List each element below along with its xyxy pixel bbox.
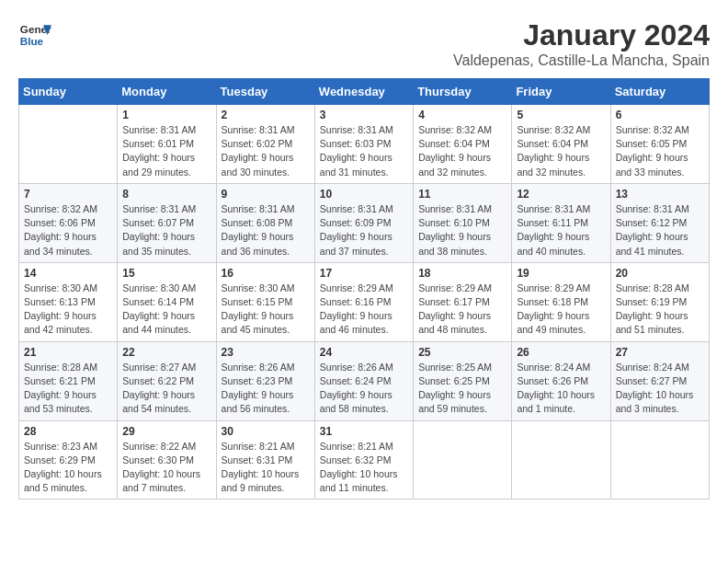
page-header: General Blue January 2024 Valdepenas, Ca… [18, 18, 710, 69]
calendar-cell: 23Sunrise: 8:26 AM Sunset: 6:23 PM Dayli… [216, 341, 314, 420]
day-number: 12 [517, 188, 605, 201]
day-number: 20 [616, 267, 704, 280]
calendar-title: January 2024 [453, 18, 710, 52]
calendar-cell: 7Sunrise: 8:32 AM Sunset: 6:06 PM Daylig… [19, 183, 118, 262]
day-detail: Sunrise: 8:24 AM Sunset: 6:27 PM Dayligh… [616, 361, 704, 417]
col-header-sunday: Sunday [19, 79, 118, 105]
calendar-cell: 5Sunrise: 8:32 AM Sunset: 6:04 PM Daylig… [512, 105, 610, 184]
day-number: 2 [222, 109, 310, 121]
day-detail: Sunrise: 8:21 AM Sunset: 6:31 PM Dayligh… [222, 440, 310, 496]
day-number: 3 [320, 109, 408, 121]
calendar-cell: 11Sunrise: 8:31 AM Sunset: 6:10 PM Dayli… [414, 183, 512, 262]
day-detail: Sunrise: 8:31 AM Sunset: 6:09 PM Dayligh… [320, 202, 408, 259]
day-detail: Sunrise: 8:30 AM Sunset: 6:13 PM Dayligh… [24, 282, 112, 338]
day-number: 10 [320, 188, 408, 201]
day-number: 16 [222, 267, 310, 280]
calendar-cell: 19Sunrise: 8:29 AM Sunset: 6:18 PM Dayli… [512, 262, 610, 341]
calendar-table: SundayMondayTuesdayWednesdayThursdayFrid… [18, 78, 710, 500]
day-number: 31 [320, 425, 408, 438]
calendar-cell: 21Sunrise: 8:28 AM Sunset: 6:21 PM Dayli… [19, 341, 118, 420]
calendar-cell: 30Sunrise: 8:21 AM Sunset: 6:31 PM Dayli… [216, 420, 314, 500]
day-detail: Sunrise: 8:30 AM Sunset: 6:14 PM Dayligh… [122, 282, 210, 338]
day-number: 1 [122, 109, 210, 121]
col-header-thursday: Thursday [414, 79, 512, 105]
day-number: 30 [222, 425, 310, 438]
day-number: 11 [418, 188, 506, 201]
day-detail: Sunrise: 8:29 AM Sunset: 6:17 PM Dayligh… [418, 282, 506, 338]
day-number: 5 [517, 109, 605, 121]
header-row: SundayMondayTuesdayWednesdayThursdayFrid… [19, 79, 710, 105]
calendar-cell: 17Sunrise: 8:29 AM Sunset: 6:16 PM Dayli… [314, 262, 413, 341]
day-number: 26 [517, 346, 605, 359]
week-row-5: 28Sunrise: 8:23 AM Sunset: 6:29 PM Dayli… [19, 420, 710, 500]
day-number: 22 [122, 346, 210, 359]
day-detail: Sunrise: 8:32 AM Sunset: 6:06 PM Dayligh… [24, 202, 112, 259]
day-detail: Sunrise: 8:27 AM Sunset: 6:22 PM Dayligh… [122, 361, 210, 417]
day-number: 6 [616, 109, 704, 121]
day-number: 25 [418, 346, 506, 359]
calendar-cell: 25Sunrise: 8:25 AM Sunset: 6:25 PM Dayli… [414, 341, 512, 420]
day-detail: Sunrise: 8:32 AM Sunset: 6:04 PM Dayligh… [517, 123, 605, 179]
calendar-cell [19, 105, 118, 184]
calendar-cell: 1Sunrise: 8:31 AM Sunset: 6:01 PM Daylig… [118, 105, 216, 184]
calendar-cell: 20Sunrise: 8:28 AM Sunset: 6:19 PM Dayli… [610, 262, 709, 341]
calendar-cell: 18Sunrise: 8:29 AM Sunset: 6:17 PM Dayli… [414, 262, 512, 341]
week-row-2: 7Sunrise: 8:32 AM Sunset: 6:06 PM Daylig… [19, 183, 710, 262]
day-number: 18 [418, 267, 506, 280]
day-detail: Sunrise: 8:24 AM Sunset: 6:26 PM Dayligh… [517, 361, 605, 417]
day-detail: Sunrise: 8:28 AM Sunset: 6:19 PM Dayligh… [616, 282, 704, 338]
day-number: 15 [122, 267, 210, 280]
calendar-cell: 16Sunrise: 8:30 AM Sunset: 6:15 PM Dayli… [216, 262, 314, 341]
day-detail: Sunrise: 8:26 AM Sunset: 6:23 PM Dayligh… [222, 361, 310, 417]
day-detail: Sunrise: 8:28 AM Sunset: 6:21 PM Dayligh… [24, 361, 112, 417]
week-row-4: 21Sunrise: 8:28 AM Sunset: 6:21 PM Dayli… [19, 341, 710, 420]
col-header-wednesday: Wednesday [314, 79, 413, 105]
calendar-cell: 24Sunrise: 8:26 AM Sunset: 6:24 PM Dayli… [314, 341, 413, 420]
calendar-subtitle: Valdepenas, Castille-La Mancha, Spain [453, 52, 710, 69]
day-detail: Sunrise: 8:32 AM Sunset: 6:05 PM Dayligh… [616, 123, 704, 179]
calendar-cell: 28Sunrise: 8:23 AM Sunset: 6:29 PM Dayli… [19, 420, 118, 500]
day-detail: Sunrise: 8:26 AM Sunset: 6:24 PM Dayligh… [320, 361, 408, 417]
day-detail: Sunrise: 8:31 AM Sunset: 6:07 PM Dayligh… [122, 202, 210, 259]
day-detail: Sunrise: 8:31 AM Sunset: 6:01 PM Dayligh… [122, 123, 210, 179]
calendar-cell: 13Sunrise: 8:31 AM Sunset: 6:12 PM Dayli… [610, 183, 709, 262]
logo: General Blue [18, 18, 51, 52]
day-number: 7 [24, 188, 112, 201]
calendar-cell [610, 420, 709, 500]
day-number: 8 [122, 188, 210, 201]
day-detail: Sunrise: 8:25 AM Sunset: 6:25 PM Dayligh… [418, 361, 506, 417]
day-detail: Sunrise: 8:29 AM Sunset: 6:16 PM Dayligh… [320, 282, 408, 338]
week-row-1: 1Sunrise: 8:31 AM Sunset: 6:01 PM Daylig… [19, 105, 710, 184]
day-number: 13 [616, 188, 704, 201]
day-number: 19 [517, 267, 605, 280]
day-detail: Sunrise: 8:32 AM Sunset: 6:04 PM Dayligh… [418, 123, 506, 179]
day-detail: Sunrise: 8:30 AM Sunset: 6:15 PM Dayligh… [222, 282, 310, 338]
day-detail: Sunrise: 8:31 AM Sunset: 6:11 PM Dayligh… [517, 202, 605, 259]
day-detail: Sunrise: 8:31 AM Sunset: 6:12 PM Dayligh… [616, 202, 704, 259]
calendar-cell [414, 420, 512, 500]
col-header-tuesday: Tuesday [216, 79, 314, 105]
calendar-cell: 9Sunrise: 8:31 AM Sunset: 6:08 PM Daylig… [216, 183, 314, 262]
day-detail: Sunrise: 8:31 AM Sunset: 6:08 PM Dayligh… [222, 202, 310, 259]
day-detail: Sunrise: 8:21 AM Sunset: 6:32 PM Dayligh… [320, 440, 408, 496]
calendar-cell: 14Sunrise: 8:30 AM Sunset: 6:13 PM Dayli… [19, 262, 118, 341]
day-detail: Sunrise: 8:23 AM Sunset: 6:29 PM Dayligh… [24, 440, 112, 496]
calendar-cell: 10Sunrise: 8:31 AM Sunset: 6:09 PM Dayli… [314, 183, 413, 262]
day-number: 14 [24, 267, 112, 280]
calendar-cell: 6Sunrise: 8:32 AM Sunset: 6:05 PM Daylig… [610, 105, 709, 184]
day-number: 9 [222, 188, 310, 201]
day-detail: Sunrise: 8:31 AM Sunset: 6:03 PM Dayligh… [320, 123, 408, 179]
day-detail: Sunrise: 8:29 AM Sunset: 6:18 PM Dayligh… [517, 282, 605, 338]
day-number: 29 [122, 425, 210, 438]
calendar-cell: 31Sunrise: 8:21 AM Sunset: 6:32 PM Dayli… [314, 420, 413, 500]
calendar-cell: 15Sunrise: 8:30 AM Sunset: 6:14 PM Dayli… [118, 262, 216, 341]
calendar-cell: 26Sunrise: 8:24 AM Sunset: 6:26 PM Dayli… [512, 341, 610, 420]
day-detail: Sunrise: 8:22 AM Sunset: 6:30 PM Dayligh… [122, 440, 210, 496]
calendar-cell: 29Sunrise: 8:22 AM Sunset: 6:30 PM Dayli… [118, 420, 216, 500]
calendar-cell: 2Sunrise: 8:31 AM Sunset: 6:02 PM Daylig… [216, 105, 314, 184]
col-header-monday: Monday [118, 79, 216, 105]
calendar-cell: 3Sunrise: 8:31 AM Sunset: 6:03 PM Daylig… [314, 105, 413, 184]
day-number: 4 [418, 109, 506, 121]
calendar-cell [512, 420, 610, 500]
day-detail: Sunrise: 8:31 AM Sunset: 6:02 PM Dayligh… [222, 123, 310, 179]
